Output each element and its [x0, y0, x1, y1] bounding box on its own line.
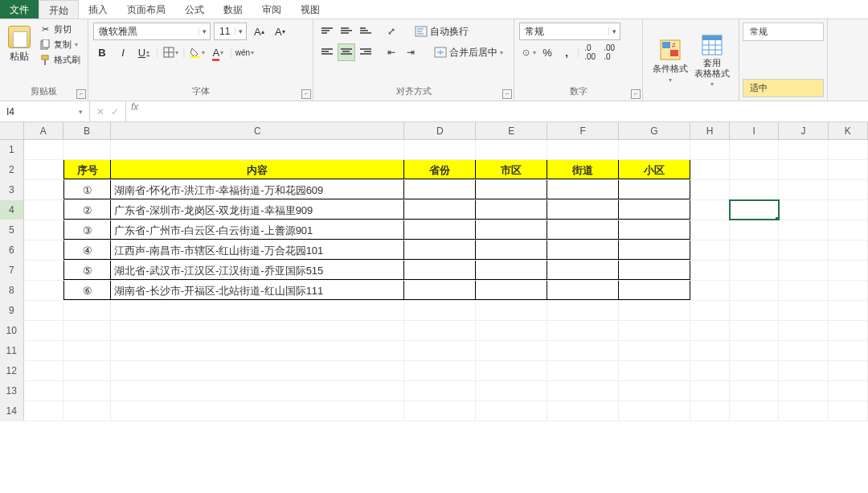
align-middle-button[interactable]	[338, 23, 355, 40]
chevron-down-icon[interactable]: ▾	[235, 27, 246, 35]
align-bottom-button[interactable]	[357, 23, 375, 40]
font-launcher-icon[interactable]: ⌐	[301, 89, 311, 99]
cell[interactable]	[547, 220, 619, 240]
tab-start[interactable]: 开始	[39, 0, 79, 18]
cell[interactable]	[111, 341, 404, 360]
col-header-D[interactable]: D	[404, 122, 476, 139]
tab-layout[interactable]: 页面布局	[117, 0, 175, 18]
cell[interactable]	[476, 180, 547, 199]
col-header-H[interactable]: H	[690, 122, 730, 139]
row-header[interactable]: 1	[0, 140, 24, 159]
col-header-I[interactable]: I	[730, 122, 779, 139]
cell[interactable]: ⑤	[63, 261, 111, 280]
cell[interactable]	[476, 200, 547, 220]
cell[interactable]: 广东省-深圳市-龙岗区-双龙街道-幸福里909	[111, 200, 404, 220]
cell[interactable]	[779, 281, 828, 300]
cell[interactable]	[476, 281, 547, 300]
cell[interactable]	[779, 160, 828, 179]
cell[interactable]	[476, 381, 547, 401]
row-header[interactable]: 4	[0, 200, 24, 220]
cell[interactable]: 小区	[619, 160, 690, 179]
cell[interactable]	[779, 321, 828, 340]
cell[interactable]	[829, 401, 868, 421]
cell[interactable]	[24, 261, 63, 280]
cell[interactable]	[547, 361, 619, 380]
cell[interactable]	[24, 381, 63, 401]
cell[interactable]	[63, 401, 111, 421]
cell[interactable]	[404, 220, 476, 240]
cell[interactable]	[404, 361, 476, 380]
cell[interactable]	[779, 240, 828, 260]
cell[interactable]: ⑥	[63, 281, 111, 300]
cell[interactable]	[829, 160, 868, 179]
formula-input[interactable]	[143, 101, 868, 121]
cell[interactable]	[547, 180, 619, 199]
cell[interactable]	[829, 200, 868, 220]
table-format-button[interactable]: 套用 表格格式 ▾	[694, 34, 730, 88]
cell[interactable]	[829, 361, 868, 380]
cancel-icon[interactable]: ✕	[96, 106, 104, 117]
style-medium[interactable]: 适中	[743, 79, 824, 97]
cell[interactable]	[690, 220, 730, 240]
row-header[interactable]: 13	[0, 381, 24, 401]
cell[interactable]	[619, 321, 690, 340]
tab-view[interactable]: 视图	[291, 0, 330, 18]
cell[interactable]	[404, 240, 476, 260]
cell[interactable]: 江西声-南昌市-市辖区-红山街道-万合花园101	[111, 240, 404, 260]
row-header[interactable]: 3	[0, 180, 24, 199]
cell[interactable]	[730, 261, 779, 280]
cell[interactable]	[404, 200, 476, 220]
align-right-button[interactable]	[357, 43, 375, 61]
cell[interactable]	[111, 401, 404, 421]
cell[interactable]	[730, 200, 779, 220]
cell[interactable]	[547, 281, 619, 300]
chevron-down-icon[interactable]: ▾	[79, 108, 83, 116]
paste-button[interactable]: 粘贴	[5, 23, 34, 67]
phonetic-button[interactable]: wén	[235, 43, 253, 61]
cell[interactable]	[404, 401, 476, 421]
decrease-indent-button[interactable]: ⇤	[383, 43, 400, 61]
cell[interactable]	[730, 381, 779, 401]
cell[interactable]	[24, 180, 63, 199]
cut-button[interactable]: ✂剪切	[37, 23, 83, 36]
cell[interactable]	[547, 321, 619, 340]
cell[interactable]	[779, 140, 828, 159]
cell[interactable]: 湖南省-怀化市-洪江市-幸福街道-万和花园609	[111, 180, 404, 199]
cell[interactable]	[547, 341, 619, 360]
cell[interactable]: ③	[63, 220, 111, 240]
cell[interactable]	[619, 261, 690, 280]
cell[interactable]: 广东省-广州市-白云区-白云街道-上善源901	[111, 220, 404, 240]
cell[interactable]	[404, 180, 476, 199]
cell[interactable]: 内容	[111, 160, 404, 179]
cell[interactable]	[24, 140, 63, 159]
cell[interactable]: 湖南省-长沙市-开福区-北站街道-红山国际111	[111, 281, 404, 300]
cell[interactable]	[619, 401, 690, 421]
align-left-button[interactable]	[318, 43, 336, 61]
cell[interactable]	[730, 361, 779, 380]
cell[interactable]	[24, 240, 63, 260]
cell[interactable]	[24, 401, 63, 421]
cell[interactable]	[690, 301, 730, 320]
cell[interactable]	[24, 321, 63, 340]
cell[interactable]	[779, 261, 828, 280]
cell[interactable]	[829, 321, 868, 340]
cell[interactable]	[829, 180, 868, 199]
cell[interactable]	[730, 220, 779, 240]
cell[interactable]	[730, 160, 779, 179]
cell[interactable]	[730, 140, 779, 159]
row-header[interactable]: 2	[0, 160, 24, 179]
increase-font-button[interactable]: A▴	[250, 23, 268, 40]
cell[interactable]	[730, 321, 779, 340]
cell[interactable]	[690, 180, 730, 199]
cell[interactable]	[779, 381, 828, 401]
cell[interactable]	[730, 180, 779, 199]
row-header[interactable]: 8	[0, 281, 24, 300]
number-format-combo[interactable]: 常规▾	[519, 23, 620, 40]
cell[interactable]	[619, 281, 690, 300]
cell[interactable]	[779, 301, 828, 320]
clipboard-launcher-icon[interactable]: ⌐	[76, 89, 86, 99]
row-header[interactable]: 6	[0, 240, 24, 260]
cell[interactable]	[547, 381, 619, 401]
decrease-font-button[interactable]: A▾	[271, 23, 289, 40]
col-header-J[interactable]: J	[779, 122, 828, 139]
